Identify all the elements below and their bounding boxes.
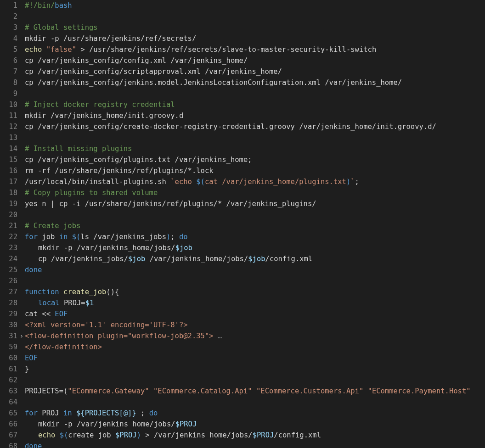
code-line[interactable]: cp /var/jenkins_config/config.xml /var/j… bbox=[25, 55, 485, 66]
line-number: 4 bbox=[0, 33, 17, 44]
code-line[interactable]: echo "false" > /usr/share/jenkins/ref/se… bbox=[25, 44, 485, 55]
code-line[interactable]: cp /var/jenkins_config/plugins.txt /var/… bbox=[25, 154, 485, 165]
line-number: 18 bbox=[0, 187, 17, 198]
token-keyword: function bbox=[25, 288, 59, 296]
code-line[interactable] bbox=[25, 275, 485, 286]
code-line[interactable]: # Install missing plugins bbox=[25, 143, 485, 154]
fold-gutter-cell bbox=[18, 342, 25, 353]
token-function: echo bbox=[38, 431, 55, 439]
code-line[interactable]: rm -rf /usr/share/jenkins/ref/plugins/*.… bbox=[25, 165, 485, 176]
fold-column[interactable]: › bbox=[18, 0, 25, 448]
line-number: 8 bbox=[0, 77, 17, 88]
fold-gutter-cell bbox=[18, 55, 25, 66]
code-line[interactable]: # Create jobs bbox=[25, 220, 485, 231]
token-default: cp /var/jenkins_config/jenkins.model.Jen… bbox=[25, 78, 402, 87]
token-variable: ${PROJECTS[@]} bbox=[76, 409, 136, 417]
token-variable: $1 bbox=[85, 299, 94, 307]
fold-gutter-cell bbox=[18, 66, 25, 77]
code-line[interactable]: # Inject docker registry credential bbox=[25, 99, 485, 110]
token-default: (){ bbox=[106, 288, 119, 296]
token-default: PROJ= bbox=[60, 299, 85, 307]
fold-gutter-cell bbox=[18, 154, 25, 165]
token-default bbox=[72, 409, 76, 417]
code-line[interactable]: cp /var/jenkins_jobs/$job /var/jenkins_h… bbox=[25, 253, 485, 264]
fold-gutter-cell bbox=[18, 176, 25, 187]
code-line[interactable]: PROJECTS=("ECommerce.Gateway" "ECommerce… bbox=[25, 386, 485, 397]
token-keyword: for bbox=[25, 233, 38, 241]
code-editor[interactable]: 1234567891011121314151617181920212223242… bbox=[0, 0, 485, 448]
token-variable: $job bbox=[175, 244, 192, 252]
line-number: 28 bbox=[0, 297, 17, 308]
fold-gutter-cell bbox=[18, 0, 25, 11]
code-line[interactable]: <?xml version='1.1' encoding='UTF-8'?> bbox=[25, 319, 485, 330]
code-line[interactable]: } bbox=[25, 364, 485, 375]
line-number: 25 bbox=[0, 264, 17, 275]
line-number: 16 bbox=[0, 165, 17, 176]
code-line[interactable]: yes n | cp -i /usr/share/jenkins/ref/plu… bbox=[25, 198, 485, 209]
code-line[interactable]: EOF bbox=[25, 353, 485, 364]
code-line[interactable]: for job in $(ls /var/jenkins_jobs); do bbox=[25, 231, 485, 242]
fold-gutter-cell bbox=[18, 441, 25, 448]
token-default: cp /var/jenkins_config/plugins.txt /var/… bbox=[25, 156, 252, 164]
code-line[interactable] bbox=[25, 397, 485, 408]
token-keyword: $( bbox=[196, 178, 205, 186]
line-number: 60 bbox=[0, 353, 17, 364]
token-variable: $PROJ bbox=[175, 420, 197, 428]
fold-gutter-cell bbox=[18, 308, 25, 319]
code-line[interactable]: done bbox=[25, 441, 485, 448]
code-line[interactable]: mkdir -p /var/jenkins_home/jobs/$PROJ bbox=[25, 419, 485, 430]
token-default: cp /var/jenkins_config/create-docker-reg… bbox=[25, 123, 436, 131]
code-line[interactable]: echo $(create_job $PROJ) > /var/jenkins_… bbox=[25, 430, 485, 441]
token-variable: $PROJ bbox=[253, 431, 274, 439]
line-number: 66 bbox=[0, 419, 17, 430]
fold-gutter-cell bbox=[18, 242, 25, 253]
code-line[interactable]: for PROJ in ${PROJECTS[@]} ; do bbox=[25, 408, 485, 419]
token-default bbox=[25, 431, 38, 439]
line-number: 63 bbox=[0, 386, 17, 397]
token-default: cp /var/jenkins_jobs/ bbox=[25, 255, 128, 263]
token-variable: $job bbox=[248, 255, 265, 263]
code-line[interactable]: mkdir -p /var/jenkins_home/jobs/$job bbox=[25, 242, 485, 253]
token-keyword: in bbox=[63, 409, 72, 417]
code-line[interactable]: </flow-definition> bbox=[25, 342, 485, 353]
code-line[interactable]: function create_job(){ bbox=[25, 286, 485, 297]
line-number: 65 bbox=[0, 408, 17, 419]
code-line[interactable]: done bbox=[25, 264, 485, 275]
code-line[interactable]: #!/bin/bash bbox=[25, 0, 485, 11]
code-content[interactable]: #!/bin/bash# Global settingsmkdir -p /us… bbox=[25, 0, 485, 448]
code-line[interactable]: cat << EOF bbox=[25, 308, 485, 319]
token-keyword: do bbox=[149, 409, 158, 417]
token-default: ; bbox=[170, 233, 179, 241]
code-line[interactable]: local PROJ=$1 bbox=[25, 297, 485, 308]
code-line[interactable] bbox=[25, 132, 485, 143]
code-line[interactable]: # Global settings bbox=[25, 22, 485, 33]
line-number: 31 bbox=[0, 330, 17, 342]
code-line[interactable] bbox=[25, 375, 485, 386]
code-line[interactable]: # Copy plugins to shared volume bbox=[25, 187, 485, 198]
token-default: mkdir -p /var/jenkins_home/jobs/ bbox=[25, 420, 175, 428]
code-line[interactable] bbox=[25, 209, 485, 220]
code-line[interactable]: mkdir -p /usr/share/jenkins/ref/secrets/ bbox=[25, 33, 485, 44]
token-default: job bbox=[38, 233, 59, 241]
code-line[interactable] bbox=[25, 11, 485, 22]
token-default: mkdir -p /var/jenkins_home/jobs/ bbox=[25, 244, 175, 252]
fold-gutter-cell bbox=[18, 110, 25, 121]
line-number: 23 bbox=[0, 242, 17, 253]
code-line[interactable]: mkdir /var/jenkins_home/init.groovy.d bbox=[25, 110, 485, 121]
code-line[interactable]: cp /var/jenkins_config/jenkins.model.Jen… bbox=[25, 77, 485, 88]
code-line[interactable] bbox=[25, 88, 485, 99]
fold-marker-collapsed[interactable]: › bbox=[18, 330, 25, 342]
code-line[interactable]: cp /var/jenkins_config/create-docker-reg… bbox=[25, 121, 485, 132]
token-comment: #!/bin/ bbox=[25, 1, 55, 10]
fold-gutter-cell bbox=[18, 99, 25, 110]
code-line[interactable]: <flow-definition plugin="workflow-job@2.… bbox=[25, 330, 485, 342]
token-keyword: for bbox=[25, 409, 38, 417]
line-number: 1 bbox=[0, 0, 17, 11]
line-number: 5 bbox=[0, 44, 17, 55]
code-line[interactable]: /usr/local/bin/install-plugins.sh `echo … bbox=[25, 176, 485, 187]
token-default bbox=[252, 387, 256, 395]
fold-gutter-cell bbox=[18, 319, 25, 330]
fold-gutter-cell bbox=[18, 430, 25, 441]
code-line[interactable]: cp /var/jenkins_config/scriptapproval.xm… bbox=[25, 66, 485, 77]
token-default: /config.xml bbox=[274, 431, 321, 439]
